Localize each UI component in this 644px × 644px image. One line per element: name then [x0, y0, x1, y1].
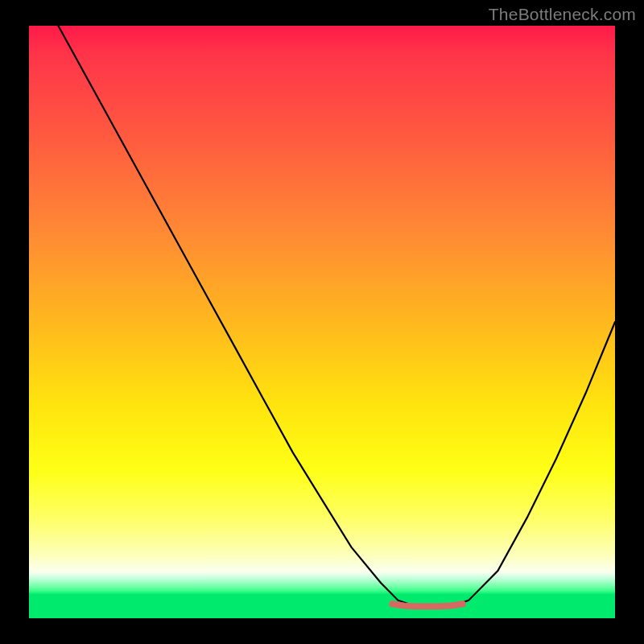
chart-plot-area: [29, 26, 615, 618]
bottleneck-floor: [392, 604, 462, 606]
watermark-text: TheBottleneck.com: [489, 5, 636, 24]
bottleneck-curve: [58, 26, 615, 606]
chart-frame: TheBottleneck.com: [0, 0, 644, 644]
chart-svg: [29, 26, 615, 618]
